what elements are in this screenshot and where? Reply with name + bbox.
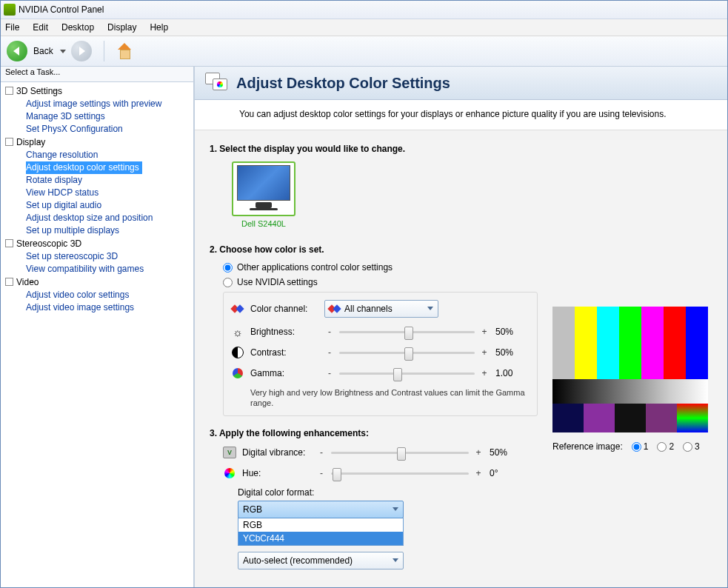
gamma-value: 1.00 [495,368,527,378]
gamma-slider[interactable] [339,367,475,380]
tree-item[interactable]: Set up multiple displays [5,224,189,237]
display-selector[interactable]: Dell S2440L [232,161,295,228]
digital-color-format-dropdown: RGB YCbCr444 [238,518,404,546]
tree-item[interactable]: Adjust video image settings [5,301,189,314]
radio-other-apps[interactable] [223,263,233,273]
plus-icon: + [479,368,490,378]
auto-select-combo[interactable]: Auto-select (recommended) [238,552,404,569]
brightness-icon [231,325,244,338]
gamma-label: Gamma: [250,368,324,378]
digital-vibrance-value: 50% [490,447,521,458]
hue-value: 0° [490,468,521,478]
contrast-value: 50% [495,347,527,358]
nvidia-icon [4,4,16,16]
page-intro: You can adjust desktop color settings fo… [195,100,727,130]
gamma-note: Very high and very low Brightness and Co… [250,387,527,408]
back-label[interactable]: Back [33,46,53,56]
hue-icon [223,467,236,480]
step3-title: 3. Apply the following enhancements: [210,428,538,438]
menu-help[interactable]: Help [150,22,168,33]
minus-icon: - [324,347,335,358]
reference-image-selector: Reference image: 1 2 3 [552,441,715,452]
plus-icon: + [479,327,490,337]
tree-group[interactable]: Video [5,276,189,289]
tree-item[interactable]: View HDCP status [5,187,189,199]
hue-slider[interactable] [331,467,469,480]
color-channel-value: All channels [344,304,393,314]
page-title: Adjust Desktop Color Settings [236,75,450,92]
forward-button[interactable] [71,41,92,61]
auto-select-value: Auto-select (recommended) [243,555,353,566]
display-name: Dell S2440L [232,219,295,228]
minus-icon: - [316,468,327,478]
tree-item[interactable]: Adjust video color settings [5,289,189,301]
tree-item[interactable]: Adjust desktop color settings [26,161,142,174]
dcf-option-rgb[interactable]: RGB [238,518,403,532]
tree-item[interactable]: Set up stereoscopic 3D [5,250,189,263]
color-channel-icon [231,302,244,315]
color-settings-icon [205,73,229,93]
tree-group[interactable]: 3D Settings [5,85,189,98]
digital-vibrance-slider[interactable] [331,446,469,459]
menu-edit[interactable]: Edit [33,22,48,33]
reference-image-label: Reference image: [552,441,623,452]
brightness-slider[interactable] [339,325,475,338]
digital-vibrance-icon: V [223,446,236,459]
menu-file[interactable]: File [5,22,19,33]
tree-item[interactable]: Adjust desktop size and position [5,212,189,224]
ref-img-1[interactable] [632,442,641,452]
radio-nvidia-settings-label: Use NVIDIA settings [237,277,318,287]
tree-item[interactable]: Set PhysX Configuration [5,123,189,136]
digital-color-format-label: Digital color format: [238,487,538,498]
dcf-option-ycbcr444[interactable]: YCbCr444 [238,532,403,545]
sidebar-header: Select a Task... [1,67,193,82]
tree-item[interactable]: Rotate display [5,174,189,187]
back-button[interactable] [7,41,27,61]
tree-item[interactable]: Manage 3D settings [5,110,189,123]
color-channel-combo[interactable]: All channels [324,300,438,318]
minus-icon: - [324,368,335,378]
gamma-icon [231,367,244,380]
plus-icon: + [473,447,484,458]
reference-image [552,307,708,432]
radio-nvidia-settings[interactable] [223,278,233,287]
back-history-dropdown[interactable] [59,47,67,55]
nav-separator [104,41,104,61]
digital-color-format-combo[interactable]: RGB [238,501,404,518]
brightness-label: Brightness: [250,327,324,337]
tree-item[interactable]: Set up digital audio [5,199,189,212]
digital-vibrance-label: Digital vibrance: [242,447,316,458]
minus-icon: - [316,447,327,458]
ref-img-2[interactable] [657,442,667,452]
task-sidebar: Select a Task... 3D SettingsAdjust image… [1,67,195,587]
nvidia-control-panel-window: NVIDIA Control Panel File Edit Desktop D… [0,0,728,588]
contrast-icon [231,346,244,359]
menu-desktop[interactable]: Desktop [61,22,94,33]
task-tree: 3D SettingsAdjust image settings with pr… [1,82,193,318]
home-icon[interactable] [116,43,133,59]
contrast-slider[interactable] [339,346,475,359]
brightness-value: 50% [495,327,527,337]
minus-icon: - [324,327,335,337]
radio-other-apps-label: Other applications control color setting… [237,262,393,273]
tree-item[interactable]: View compatibility with games [5,263,189,275]
tree-item[interactable]: Change resolution [5,149,189,161]
ref-img-3[interactable] [683,442,692,452]
menu-bar: File Edit Desktop Display Help [1,19,727,36]
page-header: Adjust Desktop Color Settings [195,67,727,100]
title-bar: NVIDIA Control Panel [1,1,727,19]
monitor-icon [232,161,295,216]
tree-group[interactable]: Display [5,136,189,149]
contrast-label: Contrast: [250,347,324,358]
hue-label: Hue: [242,468,316,478]
color-settings-group: Color channel: All channels Brightness: … [223,292,538,416]
navigation-bar: Back [1,36,727,67]
step2-title: 2. Choose how color is set. [210,244,538,255]
tree-group[interactable]: Stereoscopic 3D [5,238,189,250]
tree-item[interactable]: Adjust image settings with preview [5,98,189,110]
menu-display[interactable]: Display [107,22,136,33]
color-channel-label: Color channel: [250,304,324,314]
content-pane: Adjust Desktop Color Settings You can ad… [195,67,727,587]
plus-icon: + [473,468,484,478]
digital-color-format-value: RGB [243,504,262,515]
